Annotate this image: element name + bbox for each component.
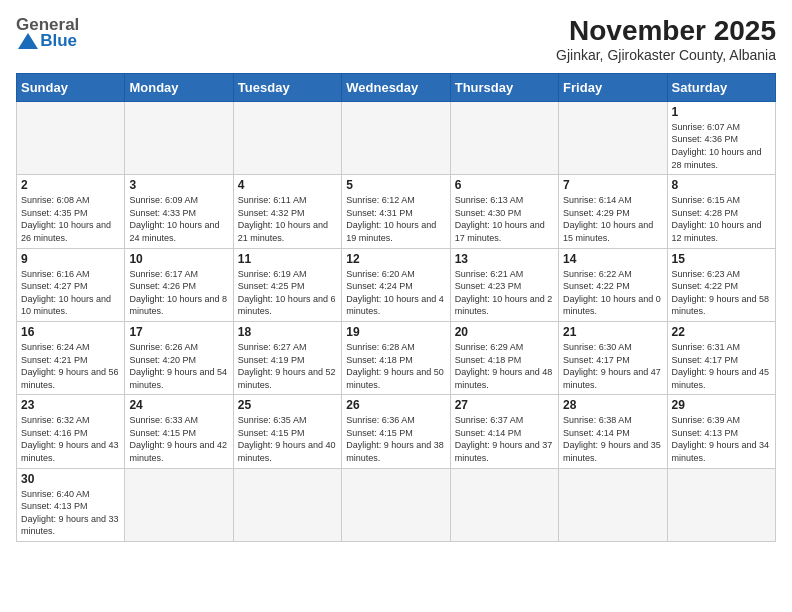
day-info: Sunrise: 6:08 AM Sunset: 4:35 PM Dayligh… bbox=[21, 194, 120, 244]
day-info: Sunrise: 6:16 AM Sunset: 4:27 PM Dayligh… bbox=[21, 268, 120, 318]
weekday-header-row: Sunday Monday Tuesday Wednesday Thursday… bbox=[17, 73, 776, 101]
title-block: November 2025 Gjinkar, Gjirokaster Count… bbox=[556, 16, 776, 63]
day-info: Sunrise: 6:39 AM Sunset: 4:13 PM Dayligh… bbox=[672, 414, 771, 464]
calendar: Sunday Monday Tuesday Wednesday Thursday… bbox=[16, 73, 776, 542]
table-row: 15Sunrise: 6:23 AM Sunset: 4:22 PM Dayli… bbox=[667, 248, 775, 321]
table-row: 20Sunrise: 6:29 AM Sunset: 4:18 PM Dayli… bbox=[450, 321, 558, 394]
day-number: 8 bbox=[672, 178, 771, 192]
header-sunday: Sunday bbox=[17, 73, 125, 101]
day-info: Sunrise: 6:37 AM Sunset: 4:14 PM Dayligh… bbox=[455, 414, 554, 464]
table-row: 19Sunrise: 6:28 AM Sunset: 4:18 PM Dayli… bbox=[342, 321, 450, 394]
day-number: 11 bbox=[238, 252, 337, 266]
day-number: 28 bbox=[563, 398, 662, 412]
day-info: Sunrise: 6:14 AM Sunset: 4:29 PM Dayligh… bbox=[563, 194, 662, 244]
day-number: 30 bbox=[21, 472, 120, 486]
day-number: 3 bbox=[129, 178, 228, 192]
header-thursday: Thursday bbox=[450, 73, 558, 101]
day-info: Sunrise: 6:23 AM Sunset: 4:22 PM Dayligh… bbox=[672, 268, 771, 318]
page-title: November 2025 bbox=[556, 16, 776, 47]
day-info: Sunrise: 6:31 AM Sunset: 4:17 PM Dayligh… bbox=[672, 341, 771, 391]
header-saturday: Saturday bbox=[667, 73, 775, 101]
header-friday: Friday bbox=[559, 73, 667, 101]
logo: General Blue bbox=[16, 16, 79, 51]
day-number: 26 bbox=[346, 398, 445, 412]
table-row bbox=[450, 101, 558, 174]
day-number: 27 bbox=[455, 398, 554, 412]
table-row bbox=[450, 468, 558, 541]
day-number: 17 bbox=[129, 325, 228, 339]
table-row bbox=[233, 101, 341, 174]
day-number: 25 bbox=[238, 398, 337, 412]
day-info: Sunrise: 6:28 AM Sunset: 4:18 PM Dayligh… bbox=[346, 341, 445, 391]
header-tuesday: Tuesday bbox=[233, 73, 341, 101]
table-row: 5Sunrise: 6:12 AM Sunset: 4:31 PM Daylig… bbox=[342, 175, 450, 248]
day-number: 21 bbox=[563, 325, 662, 339]
day-number: 22 bbox=[672, 325, 771, 339]
day-info: Sunrise: 6:29 AM Sunset: 4:18 PM Dayligh… bbox=[455, 341, 554, 391]
table-row bbox=[125, 468, 233, 541]
table-row: 21Sunrise: 6:30 AM Sunset: 4:17 PM Dayli… bbox=[559, 321, 667, 394]
day-info: Sunrise: 6:19 AM Sunset: 4:25 PM Dayligh… bbox=[238, 268, 337, 318]
day-info: Sunrise: 6:33 AM Sunset: 4:15 PM Dayligh… bbox=[129, 414, 228, 464]
table-row: 6Sunrise: 6:13 AM Sunset: 4:30 PM Daylig… bbox=[450, 175, 558, 248]
day-info: Sunrise: 6:15 AM Sunset: 4:28 PM Dayligh… bbox=[672, 194, 771, 244]
day-number: 1 bbox=[672, 105, 771, 119]
day-info: Sunrise: 6:13 AM Sunset: 4:30 PM Dayligh… bbox=[455, 194, 554, 244]
table-row: 18Sunrise: 6:27 AM Sunset: 4:19 PM Dayli… bbox=[233, 321, 341, 394]
table-row: 9Sunrise: 6:16 AM Sunset: 4:27 PM Daylig… bbox=[17, 248, 125, 321]
day-number: 15 bbox=[672, 252, 771, 266]
day-info: Sunrise: 6:27 AM Sunset: 4:19 PM Dayligh… bbox=[238, 341, 337, 391]
day-number: 16 bbox=[21, 325, 120, 339]
day-number: 24 bbox=[129, 398, 228, 412]
table-row bbox=[559, 101, 667, 174]
table-row bbox=[342, 101, 450, 174]
table-row: 30Sunrise: 6:40 AM Sunset: 4:13 PM Dayli… bbox=[17, 468, 125, 541]
table-row: 24Sunrise: 6:33 AM Sunset: 4:15 PM Dayli… bbox=[125, 395, 233, 468]
day-info: Sunrise: 6:30 AM Sunset: 4:17 PM Dayligh… bbox=[563, 341, 662, 391]
table-row: 22Sunrise: 6:31 AM Sunset: 4:17 PM Dayli… bbox=[667, 321, 775, 394]
day-number: 18 bbox=[238, 325, 337, 339]
day-number: 14 bbox=[563, 252, 662, 266]
table-row: 2Sunrise: 6:08 AM Sunset: 4:35 PM Daylig… bbox=[17, 175, 125, 248]
table-row: 16Sunrise: 6:24 AM Sunset: 4:21 PM Dayli… bbox=[17, 321, 125, 394]
table-row: 8Sunrise: 6:15 AM Sunset: 4:28 PM Daylig… bbox=[667, 175, 775, 248]
table-row bbox=[233, 468, 341, 541]
header-wednesday: Wednesday bbox=[342, 73, 450, 101]
day-info: Sunrise: 6:09 AM Sunset: 4:33 PM Dayligh… bbox=[129, 194, 228, 244]
day-info: Sunrise: 6:38 AM Sunset: 4:14 PM Dayligh… bbox=[563, 414, 662, 464]
day-number: 10 bbox=[129, 252, 228, 266]
table-row: 11Sunrise: 6:19 AM Sunset: 4:25 PM Dayli… bbox=[233, 248, 341, 321]
day-info: Sunrise: 6:24 AM Sunset: 4:21 PM Dayligh… bbox=[21, 341, 120, 391]
table-row: 10Sunrise: 6:17 AM Sunset: 4:26 PM Dayli… bbox=[125, 248, 233, 321]
day-info: Sunrise: 6:07 AM Sunset: 4:36 PM Dayligh… bbox=[672, 121, 771, 171]
day-info: Sunrise: 6:36 AM Sunset: 4:15 PM Dayligh… bbox=[346, 414, 445, 464]
day-number: 9 bbox=[21, 252, 120, 266]
table-row: 14Sunrise: 6:22 AM Sunset: 4:22 PM Dayli… bbox=[559, 248, 667, 321]
day-number: 23 bbox=[21, 398, 120, 412]
day-info: Sunrise: 6:11 AM Sunset: 4:32 PM Dayligh… bbox=[238, 194, 337, 244]
table-row: 27Sunrise: 6:37 AM Sunset: 4:14 PM Dayli… bbox=[450, 395, 558, 468]
day-info: Sunrise: 6:22 AM Sunset: 4:22 PM Dayligh… bbox=[563, 268, 662, 318]
table-row: 23Sunrise: 6:32 AM Sunset: 4:16 PM Dayli… bbox=[17, 395, 125, 468]
header: General Blue November 2025 Gjinkar, Gjir… bbox=[16, 16, 776, 63]
page-subtitle: Gjinkar, Gjirokaster County, Albania bbox=[556, 47, 776, 63]
day-info: Sunrise: 6:35 AM Sunset: 4:15 PM Dayligh… bbox=[238, 414, 337, 464]
day-number: 13 bbox=[455, 252, 554, 266]
day-number: 2 bbox=[21, 178, 120, 192]
table-row: 3Sunrise: 6:09 AM Sunset: 4:33 PM Daylig… bbox=[125, 175, 233, 248]
day-info: Sunrise: 6:26 AM Sunset: 4:20 PM Dayligh… bbox=[129, 341, 228, 391]
table-row: 28Sunrise: 6:38 AM Sunset: 4:14 PM Dayli… bbox=[559, 395, 667, 468]
table-row bbox=[667, 468, 775, 541]
table-row bbox=[559, 468, 667, 541]
table-row: 17Sunrise: 6:26 AM Sunset: 4:20 PM Dayli… bbox=[125, 321, 233, 394]
header-monday: Monday bbox=[125, 73, 233, 101]
day-number: 29 bbox=[672, 398, 771, 412]
table-row bbox=[125, 101, 233, 174]
day-info: Sunrise: 6:21 AM Sunset: 4:23 PM Dayligh… bbox=[455, 268, 554, 318]
day-number: 7 bbox=[563, 178, 662, 192]
day-info: Sunrise: 6:20 AM Sunset: 4:24 PM Dayligh… bbox=[346, 268, 445, 318]
day-number: 20 bbox=[455, 325, 554, 339]
day-info: Sunrise: 6:17 AM Sunset: 4:26 PM Dayligh… bbox=[129, 268, 228, 318]
table-row: 7Sunrise: 6:14 AM Sunset: 4:29 PM Daylig… bbox=[559, 175, 667, 248]
table-row: 29Sunrise: 6:39 AM Sunset: 4:13 PM Dayli… bbox=[667, 395, 775, 468]
